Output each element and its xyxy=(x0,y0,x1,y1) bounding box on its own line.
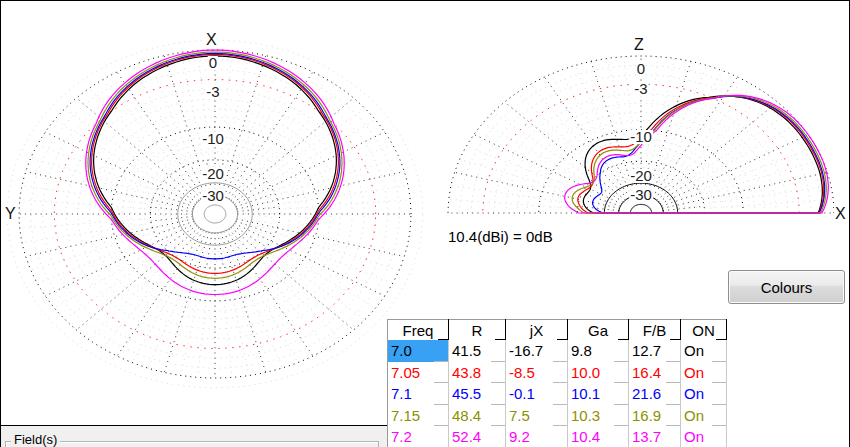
table-row[interactable]: 7.0543.8-8.510.016.4On xyxy=(388,362,727,384)
column-header-ga[interactable]: Ga xyxy=(568,320,629,341)
ring-label--20: -20 xyxy=(629,169,653,183)
column-header-on[interactable]: ON xyxy=(681,320,727,341)
table-cell[interactable]: 10.1 xyxy=(568,383,629,405)
table-cell[interactable]: 16.4 xyxy=(629,362,681,384)
ring-label--30: -30 xyxy=(629,188,653,202)
azimuth-x-axis-label: X xyxy=(205,32,218,47)
table-cell[interactable]: 48.4 xyxy=(449,405,506,427)
gain-reference-note: 10.4(dBi) = 0dB xyxy=(448,228,553,245)
ring-label--3: -3 xyxy=(205,85,220,99)
ring-label-0: 0 xyxy=(208,56,218,70)
table-cell[interactable]: On xyxy=(681,383,727,405)
table-row[interactable]: 7.145.5-0.110.121.6On xyxy=(388,383,727,405)
column-header-jx[interactable]: jX xyxy=(506,320,568,341)
table-cell[interactable]: 21.6 xyxy=(629,383,681,405)
table-cell[interactable]: -16.7 xyxy=(506,340,568,362)
table-cell[interactable]: 41.5 xyxy=(449,340,506,362)
table-body: FreqRjXGaF/BON7.041.5-16.79.812.7On7.054… xyxy=(388,320,727,447)
bottom-panel: Field(s) xyxy=(1,426,388,447)
ring-label-0: 0 xyxy=(636,62,646,76)
table-header-row: FreqRjXGaF/BON xyxy=(388,320,727,341)
table-cell[interactable]: -8.5 xyxy=(506,362,568,384)
table-cell[interactable]: On xyxy=(681,405,727,427)
table-cell[interactable]: 7.1 xyxy=(388,383,449,405)
elevation-trace-7.1 xyxy=(593,96,825,213)
ring-label--3: -3 xyxy=(633,82,648,96)
table-cell[interactable]: On xyxy=(681,426,727,447)
table-cell[interactable]: 7.05 xyxy=(388,362,449,384)
elevation-trace-7.2 xyxy=(565,95,829,213)
table-cell[interactable]: 7.5 xyxy=(506,405,568,427)
table-cell[interactable]: 43.8 xyxy=(449,362,506,384)
table-cell[interactable]: On xyxy=(681,362,727,384)
fields-groupbox-border xyxy=(5,441,379,447)
table-cell[interactable]: 16.9 xyxy=(629,405,681,427)
table-cell[interactable]: -0.1 xyxy=(506,383,568,405)
ring-label--20: -20 xyxy=(201,167,225,181)
table-cell[interactable]: 10.3 xyxy=(568,405,629,427)
frequency-table[interactable]: FreqRjXGaF/BON7.041.5-16.79.812.7On7.054… xyxy=(387,319,727,447)
table-cell[interactable]: 10.4 xyxy=(568,426,629,447)
column-header-freq[interactable]: Freq xyxy=(388,320,449,341)
table-row[interactable]: 7.1548.47.510.316.9On xyxy=(388,405,727,427)
ring-label--10: -10 xyxy=(201,132,225,146)
table-cell[interactable]: On xyxy=(681,340,727,362)
table-cell[interactable]: 7.0 xyxy=(388,340,449,362)
table-cell[interactable]: 13.7 xyxy=(629,426,681,447)
table-cell[interactable]: 12.7 xyxy=(629,340,681,362)
table-cell[interactable]: 45.5 xyxy=(449,383,506,405)
ring-label--30: -30 xyxy=(201,189,225,203)
azimuth-y-axis-label: Y xyxy=(4,206,17,221)
table-cell[interactable]: 10.0 xyxy=(568,362,629,384)
table-cell[interactable]: 9.2 xyxy=(506,426,568,447)
far-field-plot-window: X Y Z X 10.4(dBi) = 0dB Colours Field(s)… xyxy=(0,0,850,447)
table-cell[interactable]: 9.8 xyxy=(568,340,629,362)
table-row[interactable]: 7.252.49.210.413.7On xyxy=(388,426,727,447)
fields-groupbox-label: Field(s) xyxy=(11,432,60,447)
table-cell[interactable]: 7.15 xyxy=(388,405,449,427)
column-header-f-b[interactable]: F/B xyxy=(629,320,681,341)
colours-button[interactable]: Colours xyxy=(728,270,845,304)
elevation-x-axis-label: X xyxy=(834,206,847,221)
ring-label--10: -10 xyxy=(629,130,653,144)
table-cell[interactable]: 7.2 xyxy=(388,426,449,447)
column-header-r[interactable]: R xyxy=(449,320,506,341)
table-cell[interactable]: 52.4 xyxy=(449,426,506,447)
elevation-z-axis-label: Z xyxy=(633,37,645,52)
table-row[interactable]: 7.041.5-16.79.812.7On xyxy=(388,340,727,362)
